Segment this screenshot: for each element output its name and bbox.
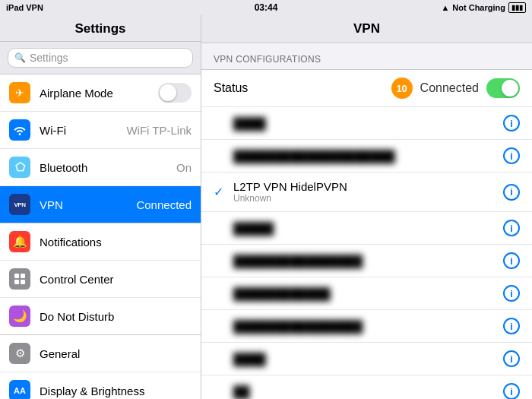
vpn-item-name-4: █████	[233, 222, 503, 235]
sidebar-item-controlcenter[interactable]: Control Center	[0, 261, 201, 298]
wifi-label: Wi-Fi	[40, 124, 126, 137]
sidebar-title: Settings	[0, 15, 201, 42]
vpn-info-btn-6[interactable]: i	[503, 285, 520, 302]
status-bar: iPad VPN 03:44 ▲ Not Charging ▮▮▮	[0, 0, 532, 15]
status-bar-time: 03:44	[255, 2, 278, 13]
vpn-info-btn-9[interactable]: i	[503, 383, 520, 399]
vpn-item-name-8: ████	[233, 353, 503, 366]
vpn-list-item-4[interactable]: █████ i	[201, 212, 532, 245]
donotdisturb-icon: 🌙	[9, 306, 30, 327]
status-label: Status	[214, 81, 391, 95]
sidebar-item-wifi[interactable]: Wi-Fi WiFi TP-Link	[0, 112, 201, 149]
notifications-icon: 🔔	[9, 231, 30, 252]
vpn-item-name-5: ████████████████	[233, 255, 503, 268]
general-icon: ⚙	[9, 343, 30, 364]
right-panel: VPN VPN CONFIGURATIONS Status 10 Connect…	[201, 15, 532, 399]
airplane-label: Airplane Mode	[40, 87, 158, 100]
airplane-toggle[interactable]	[158, 83, 192, 103]
wifi-icon	[9, 119, 30, 141]
vpn-list-item-7[interactable]: ████████████████ i	[201, 310, 532, 343]
main-content: Settings 🔍 Settings ✈ Airplane Mode	[0, 15, 532, 399]
status-row: Status 10 Connected	[201, 70, 532, 107]
vpn-info-btn-2[interactable]: i	[503, 147, 520, 164]
vpn-section-title: VPN CONFIGURATIONS	[201, 43, 532, 69]
sidebar-item-general[interactable]: ⚙ General	[0, 335, 201, 372]
vpn-list-item-2[interactable]: ████████████████████ i	[201, 140, 532, 173]
vpn-info-btn-8[interactable]: i	[503, 350, 520, 367]
vpn-status-toggle[interactable]	[486, 78, 520, 98]
donotdisturb-label: Do Not Disturb	[40, 310, 192, 323]
vpn-config-section: Status 10 Connected ████ i ███████████	[201, 69, 532, 399]
search-icon: 🔍	[14, 52, 26, 63]
search-container: 🔍 Settings	[0, 42, 201, 74]
controlcenter-label: Control Center	[40, 273, 192, 286]
vpn-item-name-7: ████████████████	[233, 320, 503, 333]
search-box[interactable]: 🔍 Settings	[8, 48, 193, 68]
vpn-item-info-4: █████	[233, 222, 503, 235]
vpn-item-info-7: ████████████████	[233, 320, 503, 333]
vpn-list-item-3[interactable]: ✓ L2TP VPN HidelPVPN Unknown i	[201, 173, 532, 212]
vpn-item-info-2: ████████████████████	[233, 150, 503, 163]
vpn-item-info-8: ████	[233, 353, 503, 366]
sidebar-item-display[interactable]: AA Display & Brightness	[0, 372, 201, 399]
signal-icon: ▲	[441, 3, 449, 12]
vpn-item-name-9: ██	[233, 385, 503, 398]
vpn-list-item-8[interactable]: ████ i	[201, 343, 532, 375]
status-badge: 10	[391, 78, 413, 99]
checkmark-3: ✓	[214, 185, 226, 199]
vpn-item-info-9: ██	[233, 385, 503, 398]
vpn-info-btn-3[interactable]: i	[503, 184, 520, 201]
notifications-label: Notifications	[40, 236, 192, 249]
display-icon: AA	[9, 380, 30, 399]
sidebar-item-vpn[interactable]: VPN VPN Connected	[0, 186, 201, 223]
svg-rect-3	[21, 280, 25, 284]
vpn-item-info-1: ████	[233, 117, 503, 130]
airplane-icon: ✈	[9, 82, 30, 103]
svg-rect-2	[14, 280, 19, 284]
vpn-info-btn-1[interactable]: i	[503, 115, 520, 131]
general-label: General	[40, 347, 192, 360]
sidebar-section-2: 🔔 Notifications Control Center 🌙 Do Not …	[0, 223, 201, 335]
wifi-value: WiFi TP-Link	[126, 124, 192, 137]
vpn-item-name-2: ████████████████████	[233, 150, 503, 163]
vpn-item-name-6: ████████████	[233, 287, 503, 300]
sidebar: Settings 🔍 Settings ✈ Airplane Mode	[0, 15, 201, 399]
vpn-item-name-1: ████	[233, 117, 503, 130]
sidebar-section-3: ⚙ General AA Display & Brightness ❋ Wall…	[0, 335, 201, 399]
battery-icon: ▮▮▮	[508, 2, 526, 13]
vpn-list-item-1[interactable]: ████ i	[201, 107, 532, 140]
sidebar-item-bluetooth[interactable]: ⬠ Bluetooth On	[0, 149, 201, 186]
vpn-list-item-6[interactable]: ████████████ i	[201, 277, 532, 310]
device-label: iPad VPN	[6, 3, 43, 12]
controlcenter-icon	[9, 268, 30, 290]
airplane-toggle-knob	[160, 84, 176, 101]
vpn-info-btn-4[interactable]: i	[503, 220, 520, 236]
airplane-toggle-track[interactable]	[158, 83, 192, 103]
svg-rect-0	[14, 274, 19, 278]
bluetooth-icon: ⬠	[9, 157, 30, 178]
vpn-item-info-3: L2TP VPN HidelPVPN Unknown	[233, 180, 503, 204]
connected-text: Connected	[420, 81, 479, 95]
svg-rect-1	[21, 274, 25, 278]
vpn-info-btn-7[interactable]: i	[503, 318, 520, 334]
vpn-list-item-9[interactable]: ██ i	[201, 375, 532, 399]
vpn-info-btn-5[interactable]: i	[503, 252, 520, 269]
bluetooth-label: Bluetooth	[40, 161, 176, 174]
vpn-icon: VPN	[9, 194, 30, 215]
vpn-item-info-6: ████████████	[233, 287, 503, 300]
search-input[interactable]: Settings	[30, 52, 68, 64]
battery-label: Not Charging	[452, 3, 505, 12]
vpn-toggle-knob	[502, 80, 518, 97]
sidebar-item-donotdisturb[interactable]: 🌙 Do Not Disturb	[0, 298, 201, 334]
sidebar-item-airplane[interactable]: ✈ Airplane Mode	[0, 74, 201, 112]
right-panel-title: VPN	[201, 15, 532, 43]
vpn-list-item-5[interactable]: ████████████████ i	[201, 245, 532, 277]
sidebar-item-notifications[interactable]: 🔔 Notifications	[0, 223, 201, 261]
sidebar-section-1: ✈ Airplane Mode Wi-Fi WiFi TP-Link ⬠	[0, 74, 201, 223]
vpn-item-info-5: ████████████████	[233, 255, 503, 268]
vpn-label: VPN	[40, 198, 136, 211]
vpn-value: Connected	[136, 198, 192, 211]
vpn-item-name-3: L2TP VPN HidelPVPN	[233, 180, 503, 193]
status-bar-right: ▲ Not Charging ▮▮▮	[441, 2, 526, 13]
status-bar-left: iPad VPN	[6, 3, 43, 12]
